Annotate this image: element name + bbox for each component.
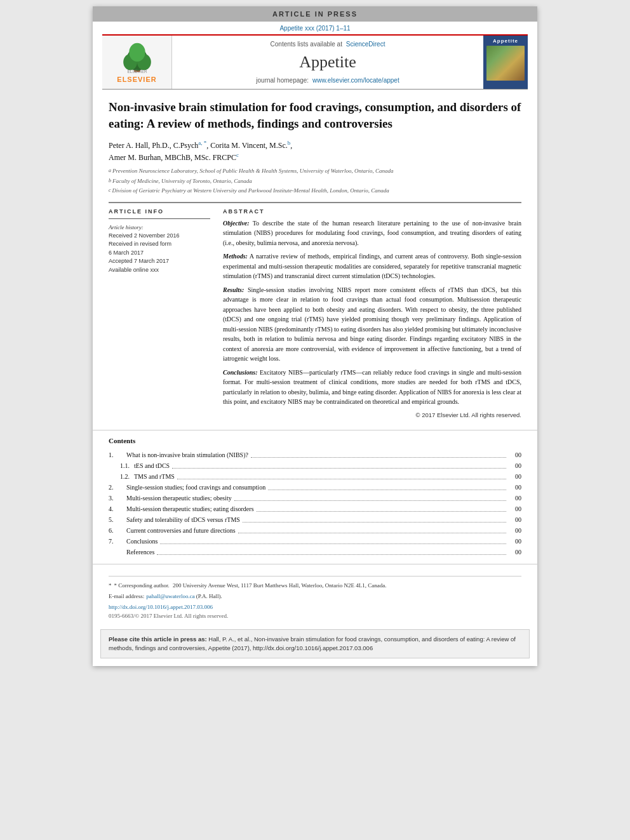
contents-dots-1-1 [172,468,506,469]
banner-text: ARTICLE IN PRESS [272,10,358,18]
contents-page-1-1: 00 [509,460,521,471]
author3-sup: c [236,152,239,158]
contents-dots-3 [234,500,506,501]
results-text: Single-session studies involving NIBS re… [223,286,521,363]
journal-center: Contents lists available at ScienceDirec… [172,36,483,89]
methods-text: A narrative review of methods, empirical… [223,253,521,279]
contents-page-2: 00 [509,482,521,493]
email-suffix: (P.A. Hall). [196,592,222,601]
contents-num-4: 4. [109,503,126,514]
author4-name: Amer M. Burhan, MBChB, MSc. FRCPC [109,153,236,162]
journal-name: Appetite [299,53,356,72]
received-date: Received 2 November 2016 [109,232,210,241]
contents-item-3: 3. Multi-session therapeutic studies; ob… [109,493,521,503]
methods-label: Methods: [223,253,248,260]
sciencedirect-line: Contents lists available at ScienceDirec… [271,41,385,48]
abstract-col: ABSTRACT Objective: To describe the stat… [223,208,521,420]
contents-label-ref: References [126,547,154,557]
contents-page-7: 00 [509,536,521,547]
homepage-label: journal homepage: [256,77,309,84]
affil-line-c: c Division of Geriatric Psychiatry at We… [109,187,521,196]
citation-header-text: Appetite xxx (2017) 1–11 [279,25,350,32]
contents-num-1-1: 1.1. [109,460,134,471]
contents-num-1: 1. [109,450,126,460]
affil-sup-a: a [109,167,111,175]
objective-text: To describe the state of the human resea… [223,220,521,246]
contents-label-2: Single-session studies; food cravings an… [126,482,265,493]
contents-label-3: Multi-session therapeutic studies; obesi… [126,493,232,503]
two-col-section: ARTICLE INFO Article history: Received 2… [109,208,521,420]
contents-label-7: Conclusions [126,536,158,547]
contents-label-1-2: TMS and rTMS [134,471,175,482]
elsevier-logo-container: ELSEVIER ELSEVIER [102,36,172,89]
header-divider [109,202,521,203]
contents-num-2: 2. [109,482,126,493]
contents-dots-5 [243,522,506,523]
contents-page-ref: 00 [509,547,521,557]
affil-line-b: b Faculty of Medicine, University of Tor… [109,177,521,186]
contents-item-4: 4. Multi-session therapeutic studies; ea… [109,503,521,514]
contents-item-6: 6. Current controversies and future dire… [109,525,521,536]
cover-title-text: Appetite [493,38,518,44]
article-in-press-banner: ARTICLE IN PRESS [93,6,537,22]
contents-page-5: 00 [509,514,521,525]
svg-text:ELSEVIER: ELSEVIER [127,69,147,74]
contents-page-1-2: 00 [509,471,521,482]
contents-num-6: 6. [109,525,126,536]
contents-dots-7 [160,543,506,544]
contents-page-6: 00 [509,525,521,536]
affil-text-b: Faculty of Medicine, University of Toron… [112,177,252,186]
affil-sup-c: c [109,187,111,194]
contents-item-1-1: 1.1. tES and tDCS 00 [109,460,521,471]
copyright-line: © 2017 Elsevier Ltd. All rights reserved… [223,411,521,420]
article-info-divider [109,218,210,219]
citation-box-label: Please cite this article in press as: [109,636,207,643]
contents-item-2: 2. Single-session studies; food cravings… [109,482,521,493]
issn-line: 0195-6663/© 2017 Elsevier Ltd. All right… [109,613,521,619]
history-label: Article history: [109,224,210,230]
conclusions-text: Excitatory NIBS—particularly rTMS—can re… [223,369,521,406]
received-revised-label: Received in revised form [109,240,210,249]
affiliations: a Prevention Neuroscience Laboratory, Sc… [109,167,521,196]
contents-num-7: 7. [109,536,126,547]
doi-link[interactable]: http://dx.doi.org/10.1016/j.appet.2017.0… [109,604,521,610]
author1-name: Peter A. Hall, Ph.D., C.Psych [109,141,198,150]
contents-dots-1-2 [177,479,506,479]
corresponding-text: * Corresponding author. 200 University A… [114,582,387,590]
conclusions-label: Conclusions: [223,369,257,376]
sciencedirect-link[interactable]: ScienceDirect [346,41,385,48]
citation-line: Appetite xxx (2017) 1–11 [93,22,537,34]
article-info-col: ARTICLE INFO Article history: Received 2… [109,208,210,420]
contents-dots-ref [157,554,506,555]
contents-num-5: 5. [109,514,126,525]
author1-sup: a, * [198,140,206,146]
contents-item-7: 7. Conclusions 00 [109,536,521,547]
footnote-star: * [109,582,112,590]
email-label: E-mail address: [109,592,144,601]
contents-title: Contents [109,437,521,444]
homepage-url[interactable]: www.elsevier.com/locate/appet [312,77,399,84]
results-para: Results: Single-session studies involvin… [223,285,521,364]
contents-dots-2 [268,490,506,490]
contents-item-1: 1. What is non-invasive brain stimulatio… [109,450,521,460]
author2-name: , Corita M. Vincent, M.Sc. [206,141,287,150]
affil-line-a: a Prevention Neuroscience Laboratory, Sc… [109,167,521,176]
elsevier-brand-text: ELSEVIER [117,76,156,83]
footer-section: * * Corresponding author. 200 University… [93,564,537,624]
contents-label-1: What is non-invasive brain stimulation (… [126,450,248,460]
contents-label-5: Safety and tolerability of tDCS versus r… [126,514,240,525]
contents-num-1-2: 1.2. [109,471,134,482]
accepted-date: Accepted 7 March 2017 [109,257,210,266]
affil-text-c: Division of Geriatric Psychiatry at West… [112,187,389,196]
authors-line: Peter A. Hall, Ph.D., C.Psycha, *, Corit… [109,139,521,163]
contents-item-5: 5. Safety and tolerability of tDCS versu… [109,514,521,525]
elsevier-tree-icon: ELSEVIER [112,42,163,74]
email-link[interactable]: pahall@uwaterloo.ca [146,592,195,601]
contents-dots-1 [251,457,506,458]
page: ARTICLE IN PRESS Appetite xxx (2017) 1–1… [93,6,537,666]
corresponding-author-line: * * Corresponding author. 200 University… [109,582,521,590]
contents-page-3: 00 [509,493,521,503]
contents-section: Contents 1. What is non-invasive brain s… [93,430,537,564]
contents-item-ref: References 00 [109,547,521,557]
affil-text-a: Prevention Neuroscience Laboratory, Scho… [112,167,393,176]
